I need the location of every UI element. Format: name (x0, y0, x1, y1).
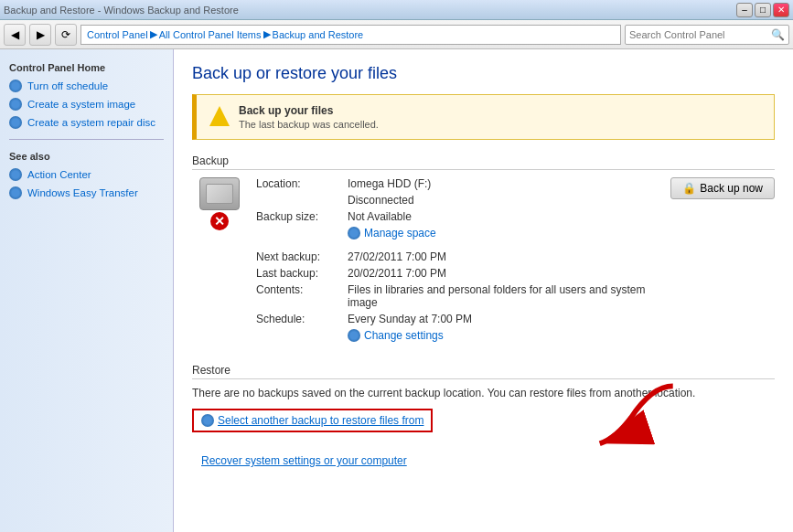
sidebar-section-title: Control Panel Home (0, 59, 173, 77)
schedule-value: Every Sunday at 7:00 PM (348, 313, 472, 325)
details-table: Location: Iomega HDD (F:) Disconnected B… (256, 177, 652, 346)
status-row: Disconnected (256, 194, 652, 207)
globe-icon-2 (9, 98, 22, 111)
contents-row: Contents: Files in libraries and persona… (256, 283, 652, 309)
sidebar-label-turn-off: Turn off schedule (27, 80, 108, 91)
manage-space-link[interactable]: Manage space (348, 227, 436, 239)
sidebar-link-action-center[interactable]: Action Center (0, 165, 173, 184)
sidebar: Control Panel Home Turn off schedule Cre… (0, 49, 174, 532)
change-settings-empty (256, 329, 348, 342)
next-backup-label: Next backup: (256, 250, 348, 263)
search-input[interactable] (629, 29, 771, 40)
globe-icon-3 (9, 116, 22, 129)
status-value: Disconnected (348, 194, 414, 207)
error-x-mark: ✕ (210, 212, 229, 230)
schedule-label: Schedule: (256, 313, 348, 325)
sidebar-divider (9, 139, 164, 140)
globe-icon-5 (9, 186, 22, 199)
globe-icon-4 (9, 168, 22, 181)
location-row: Location: Iomega HDD (F:) (256, 177, 652, 190)
next-backup-value: 27/02/2011 7:00 PM (348, 250, 446, 263)
restore-info-text: There are no backups saved on the curren… (192, 387, 775, 399)
contents-value: Files in libraries and personal folders … (348, 283, 652, 309)
path-sep-1: ▶ (150, 28, 157, 40)
sidebar-link-create-system-image[interactable]: Create a system image (0, 95, 173, 113)
address-bar: ◀ ▶ ⟳ Control Panel ▶ All Control Panel … (0, 20, 793, 49)
select-backup-text: Select another backup to restore files f… (218, 414, 423, 427)
content-wrapper: Back up or restore your files Back up yo… (192, 64, 775, 467)
globe-icon-settings (348, 329, 360, 342)
sidebar-label-create-image: Create a system image (27, 99, 135, 110)
size-label: Backup size: (256, 210, 348, 223)
backup-section: Backup ✕ Location: Iomega HDD (F:) (192, 154, 775, 346)
sidebar-link-windows-easy-transfer[interactable]: Windows Easy Transfer (0, 184, 173, 202)
size-value: Not Available (348, 210, 412, 223)
backup-btn-icon: 🔒 (682, 182, 696, 195)
status-label (256, 194, 348, 207)
search-icon: 🔍 (771, 28, 785, 41)
see-also-title: See also (0, 147, 173, 165)
refresh-button[interactable]: ⟳ (55, 24, 77, 46)
sidebar-link-create-repair-disc[interactable]: Create a system repair disc (0, 113, 173, 132)
recover-system-link[interactable]: Recover system settings or your computer (201, 454, 407, 467)
last-backup-value: 20/02/2011 7:00 PM (348, 267, 446, 280)
warning-icon (209, 106, 230, 126)
warning-banner: Back up your files The last backup was c… (192, 94, 775, 140)
search-box[interactable]: 🔍 (625, 25, 789, 45)
change-settings-row: Change settings (256, 329, 652, 342)
sidebar-label-easy-transfer: Windows Easy Transfer (27, 187, 138, 198)
backup-now-button[interactable]: 🔒 Back up now (670, 177, 775, 199)
minimize-button[interactable]: – (736, 3, 753, 17)
sidebar-label-repair-disc: Create a system repair disc (27, 117, 155, 128)
sidebar-label-action-center: Action Center (27, 169, 91, 180)
address-path: Control Panel ▶ All Control Panel Items … (80, 25, 621, 45)
next-backup-row: Next backup: 27/02/2011 7:00 PM (256, 250, 652, 263)
schedule-row: Schedule: Every Sunday at 7:00 PM (256, 313, 652, 325)
page-title: Back up or restore your files (192, 64, 775, 83)
backup-section-label: Backup (192, 154, 775, 170)
change-settings-text: Change settings (364, 329, 444, 342)
backup-now-label: Back up now (700, 182, 763, 195)
sidebar-link-turn-off-schedule[interactable]: Turn off schedule (0, 77, 173, 95)
main-layout: Control Panel Home Turn off schedule Cre… (0, 49, 793, 532)
last-backup-label: Last backup: (256, 267, 348, 280)
recover-system-text: Recover system settings or your computer (201, 454, 407, 467)
path-all-items[interactable]: All Control Panel Items (159, 29, 262, 40)
maximize-button[interactable]: □ (755, 3, 771, 17)
warning-title: Back up your files (239, 104, 379, 117)
last-backup-row: Last backup: 20/02/2011 7:00 PM (256, 267, 652, 280)
content-area: Back up or restore your files Back up yo… (174, 49, 793, 532)
forward-button[interactable]: ▶ (29, 24, 51, 46)
warning-subtitle: The last backup was cancelled. (239, 119, 379, 130)
warning-text-block: Back up your files The last backup was c… (239, 104, 379, 130)
title-bar: Backup and Restore - Windows Backup and … (0, 0, 793, 20)
close-button[interactable]: ✕ (773, 3, 789, 17)
backup-details: ✕ Location: Iomega HDD (F:) Disconnected (192, 177, 775, 346)
globe-icon-manage (348, 227, 360, 239)
back-button[interactable]: ◀ (4, 24, 26, 46)
path-sep-2: ▶ (263, 28, 271, 40)
path-control-panel[interactable]: Control Panel (87, 29, 148, 40)
location-value: Iomega HDD (F:) (348, 177, 431, 190)
select-backup-link[interactable]: Select another backup to restore files f… (201, 414, 423, 427)
path-current[interactable]: Backup and Restore (273, 29, 364, 40)
change-settings-link[interactable]: Change settings (348, 329, 444, 342)
manage-space-text: Manage space (364, 227, 436, 239)
hdd-body-icon (199, 177, 240, 210)
title-bar-text: Backup and Restore - Windows Backup and … (4, 5, 239, 16)
backup-now-area: 🔒 Back up now (661, 177, 775, 199)
title-bar-buttons: – □ ✕ (736, 3, 789, 17)
restore-link-box: Select another backup to restore files f… (192, 409, 433, 432)
restore-section-label: Restore (192, 364, 775, 379)
globe-icon-1 (9, 80, 22, 92)
globe-icon-restore (201, 414, 214, 427)
contents-label: Contents: (256, 283, 348, 309)
manage-space-empty (256, 227, 348, 239)
size-row: Backup size: Not Available (256, 210, 652, 223)
location-label: Location: (256, 177, 348, 190)
manage-space-row: Manage space (256, 227, 652, 239)
restore-section: Restore There are no backups saved on th… (192, 364, 775, 467)
hdd-icon-wrap: ✕ (192, 177, 247, 230)
